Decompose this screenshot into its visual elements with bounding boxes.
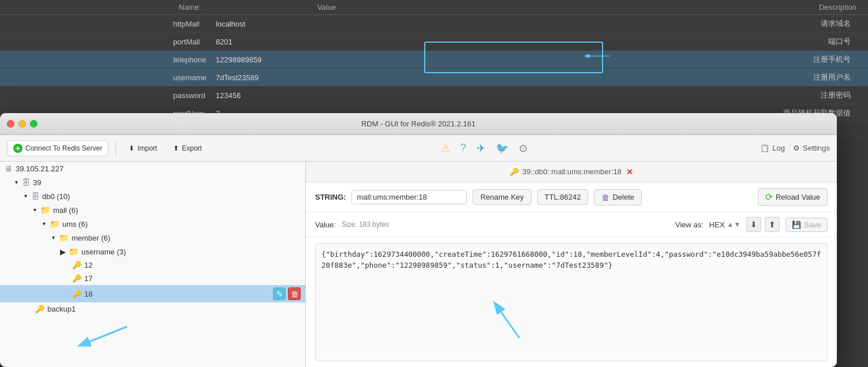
- table-cell-value: 8201: [211, 33, 442, 51]
- sidebar-item-username[interactable]: ▶ 📁 username (3): [0, 245, 305, 259]
- telegram-icon[interactable]: ✈: [477, 142, 485, 155]
- settings-icon: ⚙: [793, 144, 800, 152]
- db-node-label: 39: [33, 178, 41, 187]
- twitter-icon[interactable]: 🐦: [496, 142, 508, 155]
- download-icon-button[interactable]: ⬇: [746, 217, 761, 232]
- key12-label: 12: [84, 261, 92, 269]
- reload-icon: ⟳: [765, 192, 773, 203]
- connect-to-redis-button[interactable]: + Connect To Redis Server: [7, 140, 108, 156]
- sidebar[interactable]: 🖥 39.105.21.227 ▼ 🗄 39 ▼ 🗄 db0 (10) ▼ 📁 …: [0, 162, 306, 367]
- rename-key-button[interactable]: Rename Key: [473, 189, 531, 205]
- save-label: Save: [804, 220, 821, 229]
- col-header-desc: Description: [442, 0, 868, 15]
- table-cell-value: 123456: [211, 87, 442, 104]
- mall-folder-icon: 📁: [40, 205, 50, 215]
- reload-label: Reload Value: [776, 193, 820, 201]
- toolbar-divider-1: [115, 140, 116, 156]
- trash-icon: 🗑: [601, 193, 609, 202]
- view-as-chevron[interactable]: ▲▼: [727, 220, 741, 229]
- warning-icon[interactable]: ⚠: [441, 142, 450, 155]
- backup1-icon: 🔑: [35, 305, 44, 313]
- help-icon[interactable]: ?: [461, 142, 466, 154]
- reload-value-button[interactable]: ⟳ Reload Value: [758, 188, 828, 206]
- traffic-lights: [7, 120, 38, 128]
- sidebar-item-key12[interactable]: 🔑 12: [0, 259, 305, 272]
- table-cell-value: 7dTest23589: [211, 69, 442, 87]
- table-cell-name: httpMall: [0, 15, 211, 33]
- key-header-text: 39::db0::mall:ums:member:18: [522, 167, 622, 176]
- value-label: Value:: [315, 220, 336, 229]
- table-cell-name: password: [0, 87, 211, 104]
- sidebar-item-db-node[interactable]: ▼ 🗄 39: [0, 175, 305, 189]
- sidebar-item-key17[interactable]: 🔑 17: [0, 272, 305, 285]
- ums-folder-icon: 📁: [50, 219, 59, 229]
- json-value-textarea[interactable]: [315, 243, 828, 361]
- github-icon[interactable]: ⊙: [519, 142, 527, 155]
- db0-label: db0 (10): [42, 192, 70, 201]
- col-header-name: Name:: [0, 0, 211, 15]
- table-cell-name: telephone: [0, 51, 211, 69]
- sidebar-item-server[interactable]: 🖥 39.105.21.227: [0, 162, 305, 175]
- db-node-icon: 🗄: [22, 178, 30, 187]
- string-type-label: STRING:: [315, 193, 346, 201]
- db0-chevron: ▼: [23, 193, 28, 199]
- key12-icon: 🔑: [72, 261, 81, 269]
- key18-label: 18: [84, 290, 92, 298]
- view-as-container: HEX ▲▼: [709, 220, 741, 229]
- close-button[interactable]: [7, 120, 14, 128]
- minimize-button[interactable]: [18, 120, 26, 128]
- export-icon: ⬆: [173, 144, 179, 152]
- ums-chevron: ▼: [42, 221, 47, 227]
- sidebar-item-mall[interactable]: ▼ 📁 mall (6): [0, 203, 305, 217]
- sidebar-item-ums[interactable]: ▼ 📁 ums (6): [0, 217, 305, 231]
- key-name-input[interactable]: [351, 190, 467, 204]
- sidebar-item-backup1[interactable]: 🔑 backup1: [0, 302, 305, 316]
- log-icon: 📋: [760, 144, 769, 152]
- delete-button[interactable]: 🗑 Delete: [594, 189, 642, 205]
- server-icon: 🖥: [5, 164, 13, 173]
- delete-key-button[interactable]: 🗑: [288, 287, 301, 300]
- import-button[interactable]: ⬇ Import: [123, 141, 163, 155]
- backup1-label: backup1: [47, 305, 76, 313]
- delete-label: Delete: [612, 193, 634, 201]
- member-chevron: ▼: [51, 235, 56, 241]
- username-folder-icon: 📁: [69, 247, 78, 256]
- rdm-window: RDM - GUI for Redis® 2021.2.161 + Connec…: [0, 113, 837, 367]
- key-header-icon: 🔑: [510, 167, 519, 176]
- table-cell-name: portMall: [0, 33, 211, 51]
- import-label: Import: [137, 144, 157, 152]
- save-button[interactable]: 💾 Save: [785, 218, 828, 232]
- table-cell-value: localhost: [211, 15, 442, 33]
- mall-chevron: ▼: [32, 207, 38, 213]
- member-label: member (6): [72, 234, 110, 242]
- member-folder-icon: 📁: [59, 233, 69, 242]
- maximize-button[interactable]: [30, 120, 38, 128]
- sidebar-item-db0[interactable]: ▼ 🗄 db0 (10): [0, 189, 305, 203]
- upload-icon-button[interactable]: ⬆: [765, 217, 780, 232]
- close-key-button[interactable]: ✕: [626, 167, 633, 177]
- edit-key-button[interactable]: ✎: [273, 287, 286, 300]
- window-title: RDM - GUI for Redis® 2021.2.161: [361, 119, 476, 128]
- table-cell-value: 12298989859: [211, 51, 442, 69]
- view-as-value: HEX: [709, 220, 725, 229]
- log-button[interactable]: 📋 Log: [760, 144, 785, 152]
- key17-icon: 🔑: [72, 274, 81, 283]
- table-cell-name: username: [0, 69, 211, 87]
- background-table: Name: Value Description httpMall localho…: [0, 0, 868, 121]
- username-label: username (3): [81, 248, 126, 256]
- col-header-value: Value: [211, 0, 442, 15]
- type-bar: STRING: Rename Key TTL:86242 🗑 Delete ⟳ …: [306, 182, 837, 212]
- ttl-display: TTL:86242: [537, 189, 589, 205]
- view-icons: ⬇ ⬆: [746, 217, 780, 232]
- toolbar-right: 📋 Log ⚙ Settings: [760, 144, 830, 152]
- export-button[interactable]: ⬆ Export: [167, 141, 208, 155]
- key17-label: 17: [84, 274, 92, 283]
- export-label: Export: [182, 144, 202, 152]
- title-bar: RDM - GUI for Redis® 2021.2.161: [0, 113, 837, 135]
- ums-label: ums (6): [62, 220, 88, 229]
- sidebar-item-member[interactable]: ▼ 📁 member (6): [0, 231, 305, 245]
- log-label: Log: [772, 144, 785, 152]
- sidebar-item-key18[interactable]: 🔑 18 ✎ 🗑: [0, 285, 305, 302]
- settings-button[interactable]: ⚙ Settings: [793, 144, 830, 152]
- chevron-icon: ▼: [14, 179, 19, 185]
